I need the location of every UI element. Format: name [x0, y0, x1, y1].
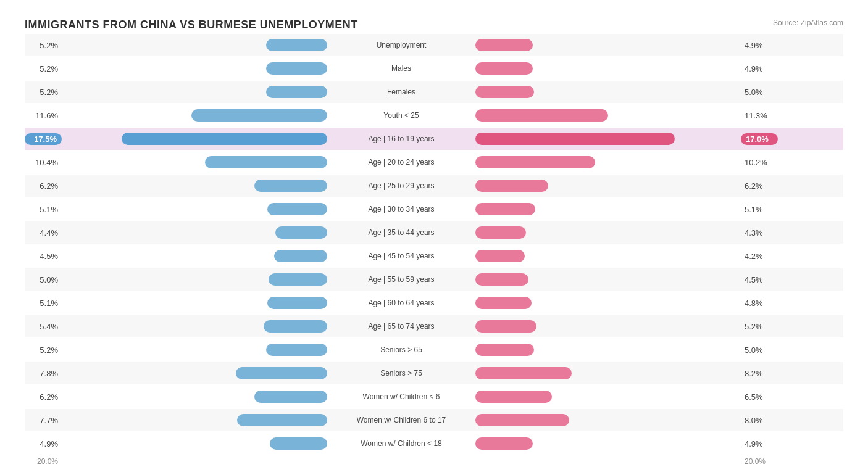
left-value: 6.2%: [25, 392, 62, 402]
row-label: Age | 20 to 24 years: [327, 158, 475, 167]
row-label: Age | 25 to 29 years: [327, 181, 475, 190]
chart-row: 5.4% Age | 65 to 74 years 5.2%: [25, 315, 843, 337]
left-value: 7.7%: [25, 416, 62, 425]
chart-row: 11.6% Youth < 25 11.3%: [25, 104, 843, 126]
chart-row: 7.8% Seniors > 75 8.2%: [25, 362, 843, 384]
left-value: 4.5%: [25, 252, 62, 261]
chart-row: 5.2% Seniors > 65 5.0%: [25, 339, 843, 361]
row-label: Youth < 25: [327, 111, 475, 120]
row-label: Unemployment: [327, 41, 475, 49]
left-value: 5.2%: [25, 64, 62, 73]
right-value: 4.9%: [741, 64, 778, 73]
left-bar-area: [62, 86, 327, 98]
right-bar: [475, 344, 534, 356]
left-bar: [237, 414, 327, 426]
right-bar-area: [475, 344, 741, 356]
right-bar: [475, 133, 675, 145]
row-label: Women w/ Children < 6: [327, 392, 475, 401]
right-bar-area: [475, 203, 741, 215]
chart-row: 6.2% Women w/ Children < 6 6.5%: [25, 386, 843, 408]
right-bar-area: [475, 250, 741, 262]
left-bar-area: [62, 273, 327, 286]
left-bar: [122, 133, 327, 145]
right-bar-area: [475, 391, 741, 403]
right-value: 6.5%: [741, 392, 778, 402]
left-bar-area: [62, 391, 327, 403]
right-value: 11.3%: [741, 111, 778, 120]
right-value: 5.0%: [741, 88, 778, 97]
left-bar: [264, 320, 327, 333]
bottom-axis: 20.0% 20.0%: [25, 457, 843, 466]
right-bar-area: [475, 414, 741, 426]
right-value: 4.8%: [741, 299, 778, 308]
axis-left-label: 20.0%: [25, 457, 62, 466]
right-value: 5.1%: [741, 205, 778, 214]
left-value: 4.9%: [25, 439, 62, 448]
right-bar: [475, 367, 572, 379]
chart-row: 4.5% Age | 45 to 54 years 4.2%: [25, 245, 843, 267]
chart-row: 4.4% Age | 35 to 44 years 4.3%: [25, 221, 843, 244]
left-bar: [205, 156, 327, 168]
right-bar-area: [475, 437, 741, 450]
row-label: Females: [327, 88, 475, 96]
right-bar-area: [475, 86, 741, 98]
right-value: 10.2%: [741, 158, 778, 167]
right-bar-area: [475, 367, 741, 379]
left-value: 5.0%: [25, 275, 62, 284]
left-bar: [266, 344, 327, 356]
right-value: 5.2%: [741, 322, 778, 331]
chart-container: IMMIGRANTS FROM CHINA VS BURMESE UNEMPLO…: [12, 12, 856, 467]
row-label: Age | 60 to 64 years: [327, 299, 475, 307]
row-label: Age | 55 to 59 years: [327, 275, 475, 284]
left-bar: [269, 273, 327, 286]
left-bar-area: [62, 39, 327, 51]
right-value: 8.0%: [741, 416, 778, 425]
chart-row: 5.2% Males 4.9%: [25, 57, 843, 80]
chart-area: 5.2% Unemployment 4.9% 5.2% Males 4.9% 5…: [25, 34, 843, 455]
right-value: 4.2%: [741, 252, 778, 261]
chart-row: 17.5% Age | 16 to 19 years 17.0%: [25, 128, 843, 150]
right-value: 17.0%: [741, 133, 778, 145]
right-bar: [475, 297, 532, 309]
right-bar: [475, 86, 534, 98]
left-bar-area: [62, 62, 327, 75]
left-bar-area: [62, 250, 327, 262]
left-bar-area: [62, 226, 327, 239]
left-bar-area: [62, 156, 327, 168]
right-bar: [475, 273, 528, 286]
chart-title: IMMIGRANTS FROM CHINA VS BURMESE UNEMPLO…: [25, 19, 358, 31]
right-value: 4.5%: [741, 275, 778, 284]
left-value: 5.4%: [25, 322, 62, 331]
left-bar-area: [62, 414, 327, 426]
row-label: Age | 65 to 74 years: [327, 322, 475, 331]
left-bar: [266, 39, 327, 51]
chart-row: 6.2% Age | 25 to 29 years 6.2%: [25, 175, 843, 197]
right-value: 4.9%: [741, 439, 778, 448]
left-bar: [267, 203, 327, 215]
left-bar-area: [62, 203, 327, 215]
left-value: 5.2%: [25, 345, 62, 355]
left-bar-area: [62, 180, 327, 192]
row-label: Age | 35 to 44 years: [327, 228, 475, 237]
row-label: Women w/ Children < 18: [327, 439, 475, 448]
right-bar-area: [475, 226, 741, 239]
right-bar: [475, 109, 608, 122]
left-bar-area: [62, 109, 327, 122]
left-bar-area: [62, 367, 327, 379]
chart-row: 5.1% Age | 30 to 34 years 5.1%: [25, 198, 843, 220]
right-bar: [475, 180, 548, 192]
left-value: 11.6%: [25, 111, 62, 120]
left-bar: [254, 180, 327, 192]
left-bar-area: [62, 437, 327, 450]
right-bar-area: [475, 180, 741, 192]
right-bar: [475, 414, 569, 426]
chart-row: 4.9% Women w/ Children < 18 4.9%: [25, 432, 843, 455]
left-bar-area: [62, 297, 327, 309]
chart-row: 5.1% Age | 60 to 64 years 4.8%: [25, 292, 843, 314]
row-label: Women w/ Children 6 to 17: [327, 416, 475, 424]
left-bar-area: [62, 320, 327, 333]
chart-row: 7.7% Women w/ Children 6 to 17 8.0%: [25, 409, 843, 431]
left-bar: [270, 437, 327, 450]
row-label: Age | 16 to 19 years: [327, 134, 475, 143]
right-bar-area: [475, 297, 741, 309]
